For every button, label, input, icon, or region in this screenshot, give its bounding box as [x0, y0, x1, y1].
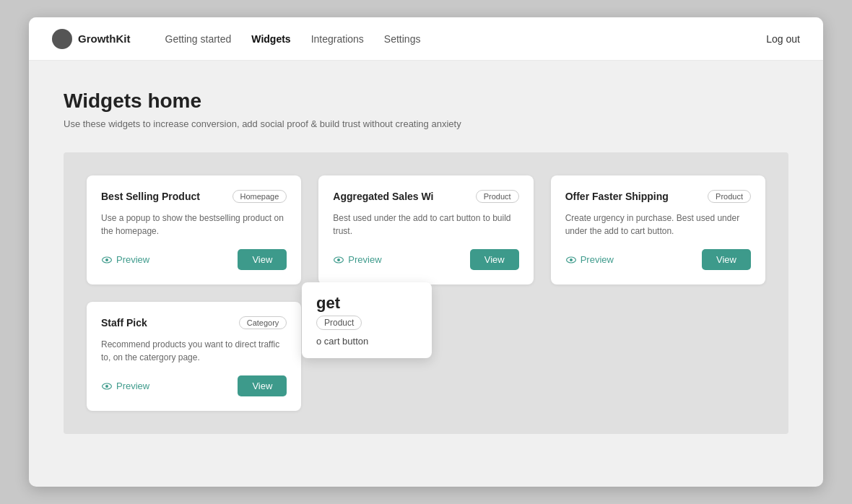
view-button-4[interactable]: View: [238, 375, 287, 396]
tooltip-badge: Product: [316, 316, 362, 330]
svg-point-3: [337, 258, 340, 261]
preview-button-4[interactable]: Preview: [101, 381, 149, 392]
nav-integrations[interactable]: Integrations: [311, 30, 364, 48]
logout-button[interactable]: Log out: [766, 33, 800, 45]
card-header-1: Best Selling Product Homepage: [101, 190, 287, 203]
page-title: Widgets home: [64, 90, 788, 113]
svg-point-5: [570, 258, 573, 261]
nav-widgets[interactable]: Widgets: [251, 30, 290, 48]
preview-button-3[interactable]: Preview: [565, 254, 614, 266]
eye-icon-1: [101, 254, 113, 266]
card-footer-4: Preview View: [101, 375, 287, 396]
nav-getting-started[interactable]: Getting started: [165, 30, 232, 48]
header-right: Log out: [766, 32, 800, 45]
card-description-3: Create urgency in purchase. Best used un…: [565, 212, 751, 238]
main-nav: Getting started Widgets Integrations Set…: [165, 30, 767, 48]
card-description-4: Recommend products you want to direct tr…: [101, 338, 287, 364]
card-title-3: Offer Faster Shipping: [565, 191, 669, 202]
tooltip-text: o cart button: [316, 336, 417, 347]
tooltip-popover: get Product o cart button: [302, 282, 432, 358]
eye-icon-2: [333, 254, 344, 266]
widget-card-aggregated: Aggregated Sales Wi Product Best used un…: [318, 175, 533, 284]
nav-settings[interactable]: Settings: [384, 30, 421, 48]
widget-grid-area: Best Selling Product Homepage Use a popu…: [64, 152, 788, 434]
logo: GrowthKit: [52, 29, 131, 49]
header: GrowthKit Getting started Widgets Integr…: [29, 17, 823, 61]
card-badge-2: Product: [476, 190, 519, 203]
tooltip-title: get: [316, 294, 417, 313]
card-badge-1: Homepage: [232, 190, 287, 203]
card-description-2: Best used under the add to cart button t…: [333, 212, 518, 238]
preview-button-2[interactable]: Preview: [333, 254, 381, 266]
widget-card-shipping: Offer Faster Shipping Product Create urg…: [551, 175, 765, 284]
widget-grid-row1: Best Selling Product Homepage Use a popu…: [87, 175, 765, 284]
view-button-1[interactable]: View: [238, 249, 287, 270]
preview-button-1[interactable]: Preview: [101, 254, 149, 266]
card-footer-3: Preview View: [565, 249, 751, 270]
widget-card-staff-pick: Staff Pick Category Recommend products y…: [87, 302, 301, 411]
card-title-2: Aggregated Sales Wi: [333, 191, 433, 202]
logo-text: GrowthKit: [78, 32, 131, 45]
view-button-3[interactable]: View: [702, 249, 751, 270]
app-window: GrowthKit Getting started Widgets Integr…: [29, 17, 823, 487]
card-badge-4: Category: [239, 316, 287, 329]
card-header-4: Staff Pick Category: [101, 316, 287, 329]
card-title-1: Best Selling Product: [101, 191, 200, 202]
card-header-3: Offer Faster Shipping Product: [565, 190, 751, 203]
card-title-4: Staff Pick: [101, 317, 147, 329]
view-button-2[interactable]: View: [470, 249, 519, 270]
widget-card-best-selling: Best Selling Product Homepage Use a popu…: [87, 175, 301, 284]
card-footer-2: Preview View: [333, 249, 518, 270]
eye-icon-4: [101, 381, 113, 392]
card-header-2: Aggregated Sales Wi Product: [333, 190, 518, 203]
page-subtitle: Use these widgets to increase conversion…: [64, 118, 788, 129]
card-description-1: Use a popup to show the bestselling prod…: [101, 212, 287, 238]
page-content: Widgets home Use these widgets to increa…: [29, 61, 823, 463]
svg-point-1: [105, 258, 108, 261]
card-badge-3: Product: [708, 190, 751, 203]
eye-icon-3: [565, 254, 577, 266]
svg-point-7: [105, 385, 108, 388]
card-footer-1: Preview View: [101, 249, 287, 270]
logo-icon: [52, 29, 72, 49]
